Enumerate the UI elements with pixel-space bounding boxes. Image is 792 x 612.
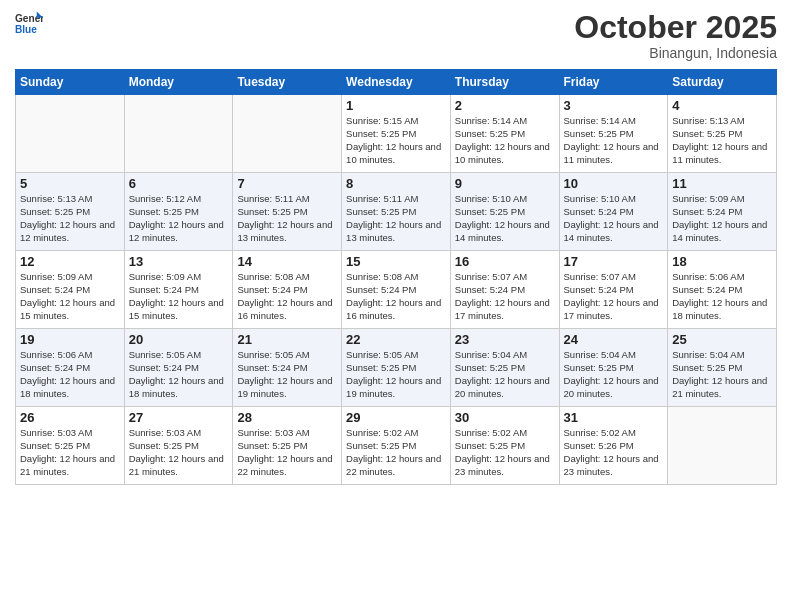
day-number: 17 [564, 254, 664, 269]
col-sunday: Sunday [16, 70, 125, 95]
table-row: 16Sunrise: 5:07 AM Sunset: 5:24 PM Dayli… [450, 251, 559, 329]
table-row: 29Sunrise: 5:02 AM Sunset: 5:25 PM Dayli… [342, 407, 451, 485]
day-info: Sunrise: 5:02 AM Sunset: 5:25 PM Dayligh… [346, 427, 446, 478]
col-saturday: Saturday [668, 70, 777, 95]
table-row: 25Sunrise: 5:04 AM Sunset: 5:25 PM Dayli… [668, 329, 777, 407]
day-info: Sunrise: 5:08 AM Sunset: 5:24 PM Dayligh… [237, 271, 337, 322]
day-number: 15 [346, 254, 446, 269]
table-row [124, 95, 233, 173]
day-info: Sunrise: 5:09 AM Sunset: 5:24 PM Dayligh… [20, 271, 120, 322]
day-number: 19 [20, 332, 120, 347]
table-row: 7Sunrise: 5:11 AM Sunset: 5:25 PM Daylig… [233, 173, 342, 251]
day-info: Sunrise: 5:11 AM Sunset: 5:25 PM Dayligh… [346, 193, 446, 244]
day-number: 3 [564, 98, 664, 113]
table-row: 3Sunrise: 5:14 AM Sunset: 5:25 PM Daylig… [559, 95, 668, 173]
day-info: Sunrise: 5:06 AM Sunset: 5:24 PM Dayligh… [20, 349, 120, 400]
table-row: 4Sunrise: 5:13 AM Sunset: 5:25 PM Daylig… [668, 95, 777, 173]
day-number: 26 [20, 410, 120, 425]
day-info: Sunrise: 5:06 AM Sunset: 5:24 PM Dayligh… [672, 271, 772, 322]
day-number: 11 [672, 176, 772, 191]
day-info: Sunrise: 5:03 AM Sunset: 5:25 PM Dayligh… [237, 427, 337, 478]
table-row: 24Sunrise: 5:04 AM Sunset: 5:25 PM Dayli… [559, 329, 668, 407]
day-info: Sunrise: 5:14 AM Sunset: 5:25 PM Dayligh… [455, 115, 555, 166]
day-info: Sunrise: 5:04 AM Sunset: 5:25 PM Dayligh… [455, 349, 555, 400]
day-number: 28 [237, 410, 337, 425]
table-row: 19Sunrise: 5:06 AM Sunset: 5:24 PM Dayli… [16, 329, 125, 407]
day-info: Sunrise: 5:05 AM Sunset: 5:24 PM Dayligh… [237, 349, 337, 400]
calendar-table: Sunday Monday Tuesday Wednesday Thursday… [15, 69, 777, 485]
day-number: 27 [129, 410, 229, 425]
day-number: 22 [346, 332, 446, 347]
col-friday: Friday [559, 70, 668, 95]
day-info: Sunrise: 5:10 AM Sunset: 5:25 PM Dayligh… [455, 193, 555, 244]
table-row: 13Sunrise: 5:09 AM Sunset: 5:24 PM Dayli… [124, 251, 233, 329]
day-info: Sunrise: 5:08 AM Sunset: 5:24 PM Dayligh… [346, 271, 446, 322]
day-number: 1 [346, 98, 446, 113]
day-info: Sunrise: 5:15 AM Sunset: 5:25 PM Dayligh… [346, 115, 446, 166]
calendar-week-row: 12Sunrise: 5:09 AM Sunset: 5:24 PM Dayli… [16, 251, 777, 329]
day-info: Sunrise: 5:03 AM Sunset: 5:25 PM Dayligh… [129, 427, 229, 478]
table-row: 11Sunrise: 5:09 AM Sunset: 5:24 PM Dayli… [668, 173, 777, 251]
day-number: 9 [455, 176, 555, 191]
day-info: Sunrise: 5:14 AM Sunset: 5:25 PM Dayligh… [564, 115, 664, 166]
table-row: 23Sunrise: 5:04 AM Sunset: 5:25 PM Dayli… [450, 329, 559, 407]
table-row: 5Sunrise: 5:13 AM Sunset: 5:25 PM Daylig… [16, 173, 125, 251]
calendar-week-row: 19Sunrise: 5:06 AM Sunset: 5:24 PM Dayli… [16, 329, 777, 407]
day-number: 5 [20, 176, 120, 191]
day-number: 25 [672, 332, 772, 347]
day-info: Sunrise: 5:04 AM Sunset: 5:25 PM Dayligh… [564, 349, 664, 400]
day-number: 2 [455, 98, 555, 113]
table-row: 17Sunrise: 5:07 AM Sunset: 5:24 PM Dayli… [559, 251, 668, 329]
day-number: 7 [237, 176, 337, 191]
day-number: 24 [564, 332, 664, 347]
day-info: Sunrise: 5:05 AM Sunset: 5:25 PM Dayligh… [346, 349, 446, 400]
table-row: 28Sunrise: 5:03 AM Sunset: 5:25 PM Dayli… [233, 407, 342, 485]
table-row: 22Sunrise: 5:05 AM Sunset: 5:25 PM Dayli… [342, 329, 451, 407]
month-title: October 2025 [574, 10, 777, 45]
day-number: 23 [455, 332, 555, 347]
table-row: 14Sunrise: 5:08 AM Sunset: 5:24 PM Dayli… [233, 251, 342, 329]
table-row: 8Sunrise: 5:11 AM Sunset: 5:25 PM Daylig… [342, 173, 451, 251]
day-info: Sunrise: 5:02 AM Sunset: 5:25 PM Dayligh… [455, 427, 555, 478]
table-row: 18Sunrise: 5:06 AM Sunset: 5:24 PM Dayli… [668, 251, 777, 329]
day-number: 10 [564, 176, 664, 191]
logo: General Blue [15, 10, 43, 38]
col-monday: Monday [124, 70, 233, 95]
svg-text:Blue: Blue [15, 24, 37, 35]
table-row: 31Sunrise: 5:02 AM Sunset: 5:26 PM Dayli… [559, 407, 668, 485]
header: General Blue October 2025 Binangun, Indo… [15, 10, 777, 61]
location-subtitle: Binangun, Indonesia [574, 45, 777, 61]
day-number: 30 [455, 410, 555, 425]
col-wednesday: Wednesday [342, 70, 451, 95]
day-number: 18 [672, 254, 772, 269]
table-row: 2Sunrise: 5:14 AM Sunset: 5:25 PM Daylig… [450, 95, 559, 173]
calendar-week-row: 26Sunrise: 5:03 AM Sunset: 5:25 PM Dayli… [16, 407, 777, 485]
day-info: Sunrise: 5:04 AM Sunset: 5:25 PM Dayligh… [672, 349, 772, 400]
table-row: 21Sunrise: 5:05 AM Sunset: 5:24 PM Dayli… [233, 329, 342, 407]
table-row: 12Sunrise: 5:09 AM Sunset: 5:24 PM Dayli… [16, 251, 125, 329]
day-info: Sunrise: 5:10 AM Sunset: 5:24 PM Dayligh… [564, 193, 664, 244]
day-info: Sunrise: 5:09 AM Sunset: 5:24 PM Dayligh… [129, 271, 229, 322]
day-number: 13 [129, 254, 229, 269]
day-info: Sunrise: 5:05 AM Sunset: 5:24 PM Dayligh… [129, 349, 229, 400]
day-number: 6 [129, 176, 229, 191]
calendar-week-row: 5Sunrise: 5:13 AM Sunset: 5:25 PM Daylig… [16, 173, 777, 251]
day-number: 16 [455, 254, 555, 269]
table-row [16, 95, 125, 173]
day-number: 31 [564, 410, 664, 425]
day-info: Sunrise: 5:12 AM Sunset: 5:25 PM Dayligh… [129, 193, 229, 244]
day-number: 8 [346, 176, 446, 191]
col-tuesday: Tuesday [233, 70, 342, 95]
table-row: 1Sunrise: 5:15 AM Sunset: 5:25 PM Daylig… [342, 95, 451, 173]
table-row: 20Sunrise: 5:05 AM Sunset: 5:24 PM Dayli… [124, 329, 233, 407]
day-number: 14 [237, 254, 337, 269]
table-row: 10Sunrise: 5:10 AM Sunset: 5:24 PM Dayli… [559, 173, 668, 251]
table-row: 15Sunrise: 5:08 AM Sunset: 5:24 PM Dayli… [342, 251, 451, 329]
day-number: 4 [672, 98, 772, 113]
day-number: 21 [237, 332, 337, 347]
table-row [233, 95, 342, 173]
day-info: Sunrise: 5:09 AM Sunset: 5:24 PM Dayligh… [672, 193, 772, 244]
day-info: Sunrise: 5:13 AM Sunset: 5:25 PM Dayligh… [20, 193, 120, 244]
day-number: 29 [346, 410, 446, 425]
day-info: Sunrise: 5:11 AM Sunset: 5:25 PM Dayligh… [237, 193, 337, 244]
